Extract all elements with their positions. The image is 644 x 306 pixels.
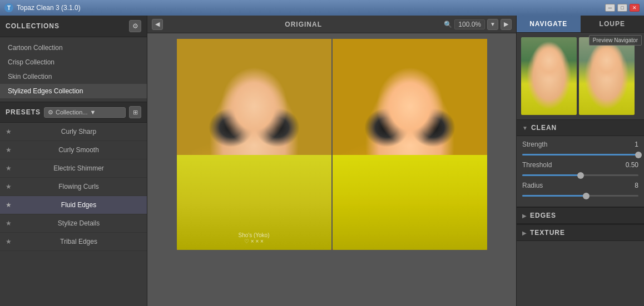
preset-item-curly-smooth[interactable]: ★ Curly Smooth	[0, 141, 147, 159]
tab-loupe[interactable]: LOUPE	[581, 16, 645, 32]
strength-slider[interactable]	[522, 154, 638, 155]
presets-header: PRESETS ⚙ Collection... ▼ ⊞	[0, 102, 147, 123]
star-icon: ★	[6, 146, 12, 154]
center-area: ◀ ORIGINAL 🔍 100.0% ▼ ▶ Sho's (Yoko) ♡ ×…	[147, 16, 516, 306]
clean-label: CLEAN	[531, 124, 557, 132]
preset-name: Curly Sharp	[16, 128, 141, 136]
collections-settings-button[interactable]: ⚙	[129, 20, 141, 32]
tab-navigate[interactable]: NAVIGATE	[517, 16, 581, 32]
zoom-value: 100.0%	[454, 19, 485, 29]
app-icon: T	[4, 3, 13, 12]
threshold-slider[interactable]	[522, 174, 638, 176]
right-panel: NAVIGATE LOUPE Preview Navigator ▼ CLEAN…	[516, 16, 644, 306]
clean-section-header[interactable]: ▼ CLEAN	[517, 119, 644, 136]
strength-row: Strength 1	[522, 141, 638, 148]
collection-item-stylized[interactable]: Stylized Edges Collection	[0, 84, 147, 98]
presets-grid-button[interactable]: ⊞	[129, 106, 141, 118]
collection-item-crisp[interactable]: Crisp Collection	[0, 55, 147, 69]
preset-item-tribal-edges[interactable]: ★ Tribal Edges	[0, 233, 147, 251]
window-controls: ─ □ ✕	[605, 4, 640, 12]
processed-image-panel	[333, 39, 487, 250]
main-toolbar: ◀ ORIGINAL 🔍 100.0% ▼ ▶	[147, 16, 516, 33]
presets-title: PRESETS	[6, 108, 41, 116]
processed-image	[333, 39, 487, 250]
threshold-row: Threshold 0.50	[522, 161, 638, 169]
threshold-label: Threshold	[522, 161, 561, 169]
preset-name: Electric Shimmer	[16, 164, 141, 172]
radius-label: Radius	[522, 182, 561, 189]
main-container: COLLECTIONS ⚙ Cartoon Collection Crisp C…	[0, 16, 644, 306]
preset-item-flowing-curls[interactable]: ★ Flowing Curls	[0, 178, 147, 196]
original-image-panel: Sho's (Yoko) ♡ × × ×	[177, 39, 331, 250]
image-area: Sho's (Yoko) ♡ × × ×	[147, 33, 516, 306]
star-icon: ★	[6, 183, 12, 190]
split-image-view: Sho's (Yoko) ♡ × × ×	[177, 39, 487, 300]
original-image	[177, 39, 331, 250]
nav-thumb-before	[521, 37, 577, 115]
navigator-preview: Preview Navigator	[517, 33, 644, 119]
threshold-value: 0.50	[622, 161, 638, 169]
radius-value: 8	[622, 182, 638, 189]
left-panel: COLLECTIONS ⚙ Cartoon Collection Crisp C…	[0, 16, 147, 306]
view-tabs: NAVIGATE LOUPE	[517, 16, 644, 33]
clean-section: ▼ CLEAN Strength 1 Threshold 0.50	[517, 119, 644, 207]
preset-name: Flowing Curls	[16, 183, 141, 190]
edges-label: EDGES	[530, 212, 556, 219]
preview-navigator-button[interactable]: Preview Navigator	[589, 35, 642, 46]
preset-item-curly-sharp[interactable]: ★ Curly Sharp	[0, 123, 147, 141]
collections-title: COLLECTIONS	[6, 22, 60, 30]
preset-item-stylize-details[interactable]: ★ Stylize Details	[0, 214, 147, 233]
preset-name: Curly Smooth	[16, 146, 141, 154]
star-icon: ★	[6, 238, 12, 245]
app-title: Topaz Clean 3 (3.1.0)	[17, 4, 602, 12]
collections-header: COLLECTIONS ⚙	[0, 16, 147, 37]
preset-item-fluid-edges[interactable]: ★ Fluid Edges	[0, 196, 147, 214]
edges-section-header[interactable]: ▶ EDGES	[517, 207, 644, 224]
presets-dropdown[interactable]: ⚙ Collection... ▼	[44, 107, 126, 118]
presets-list: ★ Curly Sharp ★ Curly Smooth ★ Electric …	[0, 123, 147, 306]
collection-item-cartoon[interactable]: Cartoon Collection	[0, 41, 147, 55]
maximize-button[interactable]: □	[617, 4, 627, 12]
close-button[interactable]: ✕	[630, 4, 640, 12]
radius-row: Radius 8	[522, 182, 638, 189]
star-icon: ★	[6, 164, 12, 172]
next-button[interactable]: ▶	[501, 19, 512, 30]
clean-controls: Strength 1 Threshold 0.50	[517, 136, 644, 207]
texture-label: TEXTURE	[530, 229, 565, 237]
minimize-button[interactable]: ─	[605, 4, 615, 12]
nav-thumb-after	[579, 37, 635, 115]
title-bar: T Topaz Clean 3 (3.1.0) ─ □ ✕	[0, 0, 644, 16]
edges-section: ▶ EDGES	[517, 207, 644, 224]
image-caption-left: Sho's (Yoko) ♡ × × ×	[238, 232, 269, 244]
collections-list: Cartoon Collection Crisp Collection Skin…	[0, 37, 147, 102]
view-label: ORIGINAL	[166, 21, 440, 28]
texture-section: ▶ TEXTURE	[517, 224, 644, 241]
prev-button[interactable]: ◀	[152, 19, 163, 30]
strength-label: Strength	[522, 141, 561, 148]
texture-arrow-icon: ▶	[522, 230, 527, 236]
star-icon: ★	[6, 128, 12, 136]
preset-name: Tribal Edges	[16, 238, 141, 245]
zoom-pin-button[interactable]: ▼	[487, 19, 498, 30]
texture-section-header[interactable]: ▶ TEXTURE	[517, 224, 644, 241]
clean-arrow-icon: ▼	[522, 125, 528, 131]
preset-item-electric-shimmer[interactable]: ★ Electric Shimmer	[0, 159, 147, 178]
star-icon: ★	[6, 201, 12, 209]
zoom-controls: 🔍 100.0% ▼ ▶	[444, 19, 512, 30]
strength-value: 1	[622, 141, 638, 148]
collection-item-skin[interactable]: Skin Collection	[0, 69, 147, 84]
preset-name: Fluid Edges	[16, 201, 141, 209]
radius-slider[interactable]	[522, 195, 638, 197]
presets-dropdown-label: Collection...	[56, 109, 87, 116]
presets-gear-icon: ⚙	[48, 109, 53, 116]
presets-dropdown-arrow: ▼	[90, 109, 96, 116]
preset-name: Stylize Details	[16, 219, 141, 227]
star-icon: ★	[6, 219, 12, 227]
zoom-icon: 🔍	[444, 21, 452, 28]
edges-arrow-icon: ▶	[522, 213, 527, 219]
